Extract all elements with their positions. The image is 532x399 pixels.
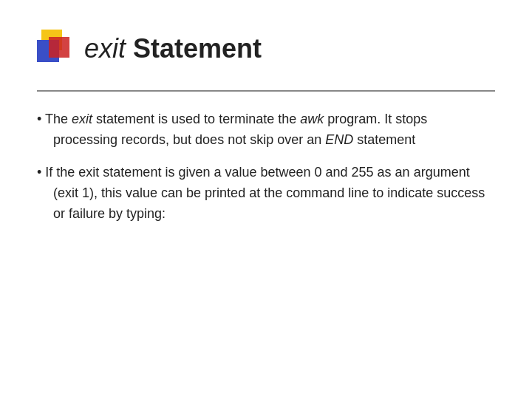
bullet-item-1: • The exit statement is used to terminat… <box>37 109 495 151</box>
slide-header: exit Statement <box>37 30 495 68</box>
bullet-item-2: • If the exit statement is given a value… <box>37 163 495 225</box>
title-italic-part: exit <box>84 33 126 64</box>
end-word: END <box>325 132 353 147</box>
slide-title: exit Statement <box>84 34 262 64</box>
bullet-1-tail: statement <box>353 132 415 147</box>
red-block <box>49 37 69 58</box>
awk-word: awk <box>300 112 324 126</box>
bullet-1-intro: The <box>45 112 72 126</box>
bullet-1-mid: statement is used to terminate the <box>92 112 300 126</box>
color-decoration <box>37 30 72 68</box>
bullet-1-text: • The exit statement is used to terminat… <box>37 109 495 151</box>
exit-word-1: exit <box>72 112 92 126</box>
slide: exit Statement • The exit statement is u… <box>0 0 532 399</box>
title-bold-part: Statement <box>126 33 262 64</box>
bullet-1-symbol: • <box>37 112 41 126</box>
slide-content: • The exit statement is used to terminat… <box>37 109 495 224</box>
title-divider <box>37 90 495 92</box>
bullet-2-text: • If the exit statement is given a value… <box>37 163 495 225</box>
bullet-2-content: If the exit statement is given a value b… <box>41 165 485 221</box>
